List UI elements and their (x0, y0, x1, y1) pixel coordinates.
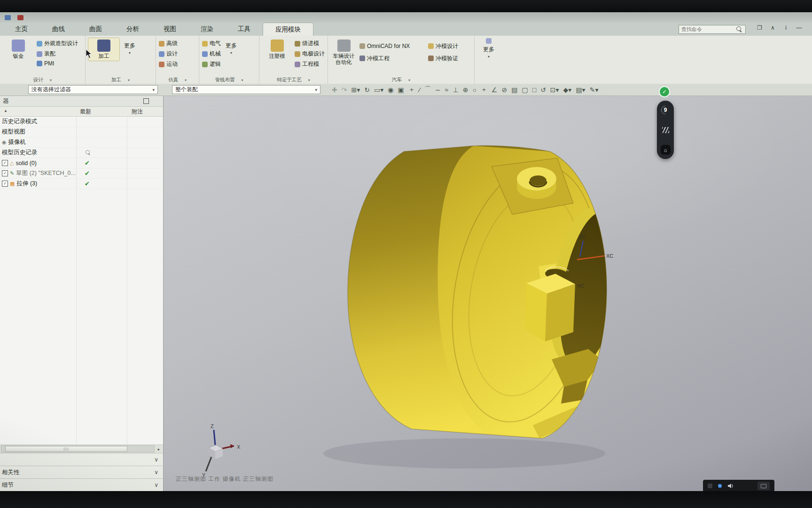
die-validation-button[interactable]: 冲模验证 (428, 52, 471, 64)
tree-row[interactable]: ✓ ✎ 草图 (2) "SKETCH_0... ✔ (0, 168, 163, 179)
assembly-button[interactable]: 装配 (37, 50, 78, 58)
cycle-selection-icon[interactable]: ↻ (364, 86, 370, 94)
window-icon[interactable]: ▢ (522, 86, 528, 94)
overlay-check-badge[interactable]: ✓ (659, 86, 670, 97)
notification-dot-icon[interactable] (718, 484, 722, 488)
layer-settings-icon[interactable]: ▣ (398, 86, 404, 94)
ribbon-tab[interactable]: 分析 (114, 23, 151, 36)
redo-select-icon[interactable]: ↷ (342, 86, 347, 94)
routing-more-button[interactable]: 更多 (224, 38, 239, 59)
input-method-button[interactable] (757, 482, 770, 490)
overlay-widget[interactable]: 9 ⌂ (657, 101, 674, 159)
chevron-down-icon[interactable]: ∨ (154, 456, 158, 463)
arc-snap-icon[interactable]: ⌒ (424, 86, 431, 94)
line-snap-icon[interactable]: ∕ (419, 86, 420, 94)
group-label-automotive[interactable]: 汽车 (328, 76, 474, 84)
spline-snap-icon[interactable]: ∼ (435, 86, 441, 94)
design-sim-button[interactable]: 设计 (159, 50, 178, 58)
column-comments[interactable]: 附注 (132, 108, 143, 116)
selection-scope-dropdown[interactable]: 整个装配 (172, 85, 320, 94)
group-label-manufacturing[interactable]: 加工 (86, 76, 156, 84)
add-filter-icon[interactable]: ⊞▾ (351, 86, 360, 94)
minimize-icon[interactable]: — (796, 24, 803, 32)
style-menu-icon[interactable]: ◆▾ (563, 86, 572, 94)
engineering-die-button[interactable]: 工程模 (295, 60, 325, 68)
point-snap-icon[interactable]: ⊕ (463, 86, 468, 94)
volume-icon[interactable] (727, 483, 734, 489)
tree-row[interactable]: ✓ ▦ 拉伸 (3) ✔ (0, 179, 163, 189)
ribbon-more-button[interactable]: 更多 (482, 45, 495, 60)
tree-row[interactable]: 历史记录模式 (0, 117, 163, 127)
fit-view-icon[interactable]: □ (532, 86, 536, 94)
graphics-viewport[interactable]: ZC XC YC X Y Z 正三轴测图 工作 摄像机 正三轴测图 (164, 96, 812, 491)
sort-triangle-icon[interactable]: ▲ (4, 109, 8, 113)
app-menu-icon[interactable] (5, 15, 11, 20)
collapse-ribbon-icon[interactable]: ∧ (769, 24, 776, 32)
annotate-icon[interactable]: ✎▾ (590, 86, 599, 94)
pmi-button[interactable]: PMI (37, 60, 78, 67)
circle-snap-icon[interactable]: ○ (472, 86, 476, 94)
plus-snap-icon[interactable]: ＋ (481, 86, 487, 94)
navigator-section[interactable]: 相关性 ∨ (0, 466, 163, 478)
ribbon-tab[interactable]: 视图 (151, 23, 188, 36)
row-checkbox[interactable]: ✓ (2, 181, 8, 187)
row-checkbox[interactable]: ✓ (2, 170, 8, 176)
tree-row[interactable]: ◉ 摄像机 (0, 137, 163, 148)
save-icon[interactable] (17, 15, 23, 20)
selection-filter-dropdown[interactable]: 没有选择过滤器 (28, 85, 158, 94)
disable-snap-icon[interactable]: ⊘ (501, 86, 507, 94)
navigator-section[interactable]: 细节 ∨ (0, 478, 163, 491)
tree-row[interactable]: 模型历史记录 (0, 148, 163, 158)
render-style-icon[interactable]: ▤▾ (576, 86, 585, 94)
view-triad[interactable]: X Y Z (202, 423, 241, 478)
ribbon-tab[interactable]: 主页 (3, 23, 40, 36)
motion-button[interactable]: 运动 (159, 60, 178, 68)
capture-button[interactable]: ⌂ (661, 145, 671, 155)
ribbon-tab[interactable]: 渲染 (188, 23, 226, 36)
mechanical-routing-button[interactable]: 机械 (202, 50, 221, 58)
row-checkbox[interactable]: ✓ (2, 160, 8, 166)
ribbon-tab[interactable]: 工具 (226, 23, 263, 36)
logical-routing-button[interactable]: 逻辑 (202, 60, 221, 68)
move-object-icon[interactable]: ＋ (408, 86, 415, 94)
group-label-routing[interactable]: 管线布置 (199, 76, 259, 84)
ribbon-tab[interactable]: 应用模块 (263, 23, 313, 36)
manufacturing-more-button[interactable]: 更多 (122, 38, 137, 59)
electrical-routing-button[interactable]: 电气 (202, 40, 221, 48)
rect-select-icon[interactable]: ▭▾ (374, 86, 383, 94)
shaded-view-icon[interactable]: ◉ (388, 86, 393, 94)
perpendicular-snap-icon[interactable]: ⊥ (453, 86, 458, 94)
navigator-section[interactable]: ∨ (0, 453, 163, 466)
omnicad-button[interactable]: OmniCAD for NX (359, 40, 424, 52)
pane-toggle-icon[interactable] (143, 98, 149, 104)
info-icon[interactable]: i (782, 24, 789, 32)
curve-snap-icon[interactable]: ≈ (445, 86, 449, 94)
ribbon-tab[interactable]: 曲线 (40, 23, 77, 36)
layout-grid-icon[interactable] (486, 38, 492, 44)
shape-studio-button[interactable]: 外观造型设计 (37, 40, 78, 48)
search-icon[interactable] (735, 25, 743, 33)
angle-snap-icon[interactable]: ∠ (492, 86, 498, 94)
clip-icon[interactable]: ▤ (511, 86, 517, 94)
tree-row[interactable]: ✓ △ solid (0) ✔ (0, 158, 163, 168)
group-label-design[interactable]: 设计 (0, 76, 85, 84)
scroll-right-icon[interactable]: ▸ (156, 447, 162, 452)
group-label-simulation[interactable]: 仿真 (156, 76, 199, 84)
mold-wizard-button[interactable]: 注塑模 (262, 38, 292, 61)
grid-display-icon[interactable]: ⊡▾ (550, 86, 559, 94)
tree-row[interactable]: 模型视图 (0, 127, 163, 137)
hidden-icons-button[interactable] (708, 484, 712, 488)
scrollbar-grip[interactable] (5, 446, 127, 452)
die-design-button[interactable]: 冲模设计 (428, 40, 471, 52)
advanced-sim-button[interactable]: 高级 (159, 40, 178, 48)
sheet-metal-button[interactable]: 钣金 (3, 38, 34, 61)
orbit-view-icon[interactable]: ↺ (540, 86, 546, 94)
electrode-design-button[interactable]: 电极设计 (295, 50, 325, 58)
hand-tool-icon[interactable]: ✚ (332, 86, 337, 94)
navigator-hscrollbar[interactable]: ▸ (0, 444, 163, 453)
group-label-process-specific[interactable]: 特定于工艺 (259, 76, 328, 84)
restore-window-icon[interactable]: ❐ (756, 24, 763, 32)
part-3d-model[interactable]: ZC XC YC X Y Z (164, 96, 812, 491)
ribbon-tab[interactable]: 曲面 (77, 23, 114, 36)
vehicle-design-automation-button[interactable]: 车辆设计自动化 (331, 38, 357, 67)
